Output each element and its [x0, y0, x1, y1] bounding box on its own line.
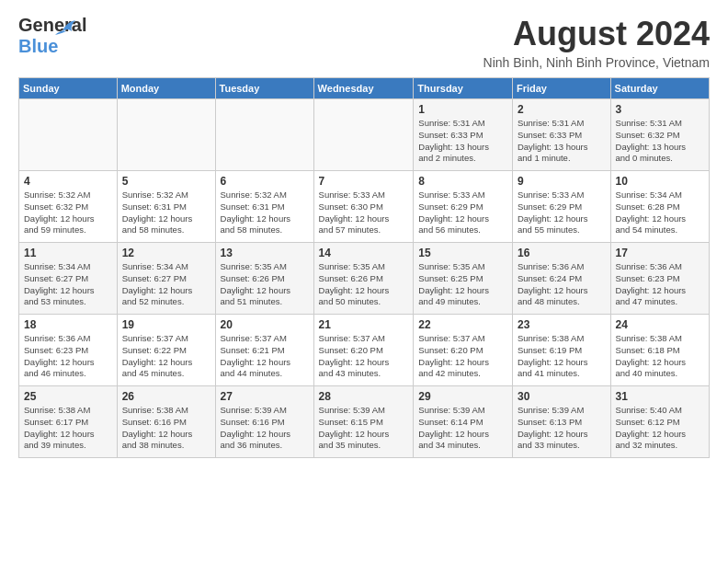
day-number: 5 [122, 175, 210, 188]
day-of-week-header: Thursday [414, 78, 513, 99]
day-of-week-header: Tuesday [215, 78, 313, 99]
calendar-cell: 14Sunrise: 5:35 AM Sunset: 6:26 PM Dayli… [313, 243, 414, 315]
calendar-cell: 7Sunrise: 5:33 AM Sunset: 6:30 PM Daylig… [313, 171, 414, 243]
day-info: Sunrise: 5:33 AM Sunset: 6:30 PM Dayligh… [319, 190, 409, 236]
day-info: Sunrise: 5:38 AM Sunset: 6:19 PM Dayligh… [518, 333, 606, 380]
location-subtitle: Ninh Binh, Ninh Binh Province, Vietnam [483, 55, 710, 70]
calendar-cell: 27Sunrise: 5:39 AM Sunset: 6:16 PM Dayli… [215, 386, 313, 458]
day-number: 6 [221, 175, 309, 188]
day-number: 24 [616, 318, 704, 331]
calendar-cell: 18Sunrise: 5:36 AM Sunset: 6:23 PM Dayli… [19, 315, 118, 386]
calendar-cell: 3Sunrise: 5:31 AM Sunset: 6:32 PM Daylig… [610, 99, 709, 171]
day-number: 18 [24, 318, 112, 331]
day-info: Sunrise: 5:36 AM Sunset: 6:23 PM Dayligh… [24, 333, 112, 380]
calendar-cell: 19Sunrise: 5:37 AM Sunset: 6:22 PM Dayli… [117, 315, 215, 386]
day-info: Sunrise: 5:37 AM Sunset: 6:22 PM Dayligh… [122, 333, 210, 380]
day-info: Sunrise: 5:32 AM Sunset: 6:31 PM Dayligh… [122, 190, 210, 236]
day-info: Sunrise: 5:39 AM Sunset: 6:14 PM Dayligh… [418, 405, 507, 452]
calendar-cell: 17Sunrise: 5:36 AM Sunset: 6:23 PM Dayli… [610, 243, 709, 315]
day-number: 11 [24, 247, 112, 259]
day-of-week-header: Friday [512, 78, 610, 99]
day-number: 14 [319, 247, 409, 259]
day-info: Sunrise: 5:31 AM Sunset: 6:32 PM Dayligh… [616, 118, 704, 165]
day-number: 28 [319, 390, 409, 403]
calendar-cell: 12Sunrise: 5:34 AM Sunset: 6:27 PM Dayli… [117, 243, 215, 315]
calendar-cell: 28Sunrise: 5:39 AM Sunset: 6:15 PM Dayli… [313, 386, 414, 458]
day-info: Sunrise: 5:38 AM Sunset: 6:17 PM Dayligh… [24, 405, 112, 452]
day-number: 16 [518, 247, 606, 259]
day-info: Sunrise: 5:32 AM Sunset: 6:32 PM Dayligh… [24, 190, 112, 236]
day-info: Sunrise: 5:35 AM Sunset: 6:25 PM Dayligh… [418, 261, 507, 308]
day-info: Sunrise: 5:31 AM Sunset: 6:33 PM Dayligh… [418, 118, 507, 165]
day-info: Sunrise: 5:39 AM Sunset: 6:16 PM Dayligh… [221, 405, 309, 452]
day-number: 29 [418, 390, 507, 403]
day-info: Sunrise: 5:35 AM Sunset: 6:26 PM Dayligh… [221, 261, 309, 308]
day-info: Sunrise: 5:37 AM Sunset: 6:21 PM Dayligh… [221, 333, 309, 380]
day-info: Sunrise: 5:34 AM Sunset: 6:28 PM Dayligh… [616, 190, 704, 236]
calendar-cell: 8Sunrise: 5:33 AM Sunset: 6:29 PM Daylig… [414, 171, 513, 243]
day-of-week-header: Sunday [19, 78, 118, 99]
calendar-cell: 9Sunrise: 5:33 AM Sunset: 6:29 PM Daylig… [512, 171, 610, 243]
calendar-cell: 24Sunrise: 5:38 AM Sunset: 6:18 PM Dayli… [610, 315, 709, 386]
day-number: 25 [24, 390, 112, 403]
day-number: 27 [221, 390, 309, 403]
day-info: Sunrise: 5:36 AM Sunset: 6:24 PM Dayligh… [518, 261, 606, 308]
day-info: Sunrise: 5:39 AM Sunset: 6:15 PM Dayligh… [319, 405, 409, 452]
calendar-cell: 25Sunrise: 5:38 AM Sunset: 6:17 PM Dayli… [19, 386, 118, 458]
day-info: Sunrise: 5:37 AM Sunset: 6:20 PM Dayligh… [418, 333, 507, 380]
day-info: Sunrise: 5:33 AM Sunset: 6:29 PM Dayligh… [518, 190, 606, 236]
calendar-cell: 23Sunrise: 5:38 AM Sunset: 6:19 PM Dayli… [512, 315, 610, 386]
calendar-cell: 20Sunrise: 5:37 AM Sunset: 6:21 PM Dayli… [215, 315, 313, 386]
calendar-cell: 10Sunrise: 5:34 AM Sunset: 6:28 PM Dayli… [610, 171, 709, 243]
calendar-cell [313, 99, 414, 171]
day-number: 31 [616, 390, 704, 403]
calendar-cell: 30Sunrise: 5:39 AM Sunset: 6:13 PM Dayli… [512, 386, 610, 458]
day-number: 7 [319, 175, 409, 188]
calendar-cell: 6Sunrise: 5:32 AM Sunset: 6:31 PM Daylig… [215, 171, 313, 243]
day-number: 19 [122, 318, 210, 331]
calendar-table: SundayMondayTuesdayWednesdayThursdayFrid… [18, 77, 710, 458]
title-area: August 2024 Ninh Binh, Ninh Binh Provinc… [483, 15, 710, 70]
calendar-cell: 13Sunrise: 5:35 AM Sunset: 6:26 PM Dayli… [215, 243, 313, 315]
day-info: Sunrise: 5:40 AM Sunset: 6:12 PM Dayligh… [616, 405, 704, 452]
day-info: Sunrise: 5:31 AM Sunset: 6:33 PM Dayligh… [518, 118, 606, 165]
day-number: 9 [518, 175, 606, 188]
calendar-cell: 15Sunrise: 5:35 AM Sunset: 6:25 PM Dayli… [414, 243, 513, 315]
day-info: Sunrise: 5:39 AM Sunset: 6:13 PM Dayligh… [518, 405, 606, 452]
day-number: 17 [616, 247, 704, 259]
day-info: Sunrise: 5:32 AM Sunset: 6:31 PM Dayligh… [221, 190, 309, 236]
day-number: 10 [616, 175, 704, 188]
calendar-cell: 26Sunrise: 5:38 AM Sunset: 6:16 PM Dayli… [117, 386, 215, 458]
calendar-cell: 4Sunrise: 5:32 AM Sunset: 6:32 PM Daylig… [19, 171, 118, 243]
calendar-cell [19, 99, 118, 171]
day-info: Sunrise: 5:35 AM Sunset: 6:26 PM Dayligh… [319, 261, 409, 308]
logo: General Blue [18, 15, 66, 52]
day-number: 22 [418, 318, 507, 331]
calendar-cell: 16Sunrise: 5:36 AM Sunset: 6:24 PM Dayli… [512, 243, 610, 315]
day-number: 1 [418, 103, 507, 116]
calendar-cell [215, 99, 313, 171]
day-number: 21 [319, 318, 409, 331]
calendar-cell: 5Sunrise: 5:32 AM Sunset: 6:31 PM Daylig… [117, 171, 215, 243]
day-number: 20 [221, 318, 309, 331]
calendar-cell: 29Sunrise: 5:39 AM Sunset: 6:14 PM Dayli… [414, 386, 513, 458]
day-of-week-header: Wednesday [313, 78, 414, 99]
day-number: 15 [418, 247, 507, 259]
day-number: 23 [518, 318, 606, 331]
day-number: 13 [221, 247, 309, 259]
day-number: 12 [122, 247, 210, 259]
day-of-week-header: Monday [117, 78, 215, 99]
day-number: 3 [616, 103, 704, 116]
day-number: 4 [24, 175, 112, 188]
header: General Blue August 2024 Ninh Binh, Ninh… [18, 15, 710, 70]
day-info: Sunrise: 5:34 AM Sunset: 6:27 PM Dayligh… [122, 261, 210, 308]
day-number: 2 [518, 103, 606, 116]
calendar-cell: 31Sunrise: 5:40 AM Sunset: 6:12 PM Dayli… [610, 386, 709, 458]
calendar-cell: 1Sunrise: 5:31 AM Sunset: 6:33 PM Daylig… [414, 99, 513, 171]
day-info: Sunrise: 5:38 AM Sunset: 6:16 PM Dayligh… [122, 405, 210, 452]
day-info: Sunrise: 5:33 AM Sunset: 6:29 PM Dayligh… [418, 190, 507, 236]
day-info: Sunrise: 5:37 AM Sunset: 6:20 PM Dayligh… [319, 333, 409, 380]
day-number: 26 [122, 390, 210, 403]
day-info: Sunrise: 5:34 AM Sunset: 6:27 PM Dayligh… [24, 261, 112, 308]
day-of-week-header: Saturday [610, 78, 709, 99]
